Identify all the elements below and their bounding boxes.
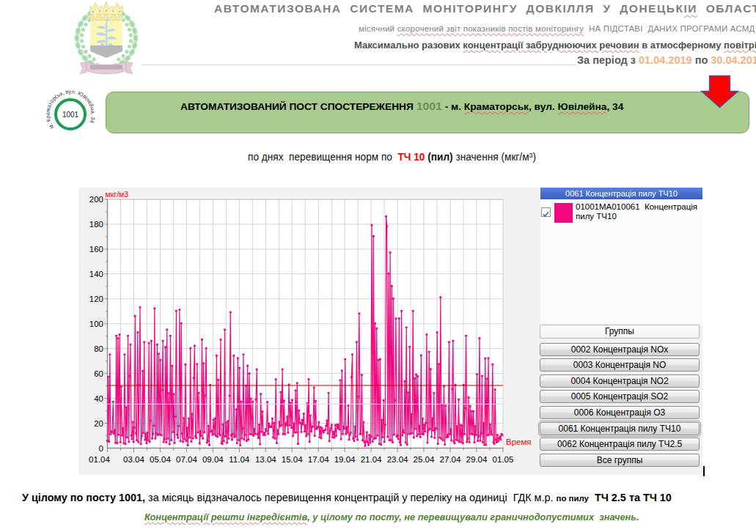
svg-text:27.04: 27.04: [440, 455, 461, 464]
svg-text:15.04: 15.04: [282, 455, 303, 464]
svg-text:01.05: 01.05: [493, 455, 514, 464]
svg-text:03.04: 03.04: [123, 455, 144, 464]
svg-text:мкг/м3: мкг/м3: [106, 190, 129, 199]
svg-text:25.04: 25.04: [414, 455, 435, 464]
svg-text:21.04: 21.04: [361, 455, 382, 464]
svg-text:140: 140: [89, 270, 103, 278]
svg-text:23.04: 23.04: [387, 455, 408, 464]
svg-text:01.04: 01.04: [89, 455, 110, 464]
svg-text:09.04: 09.04: [202, 455, 224, 464]
svg-text:05.04: 05.04: [150, 455, 171, 464]
svg-text:20: 20: [94, 419, 103, 428]
svg-text:60: 60: [94, 369, 103, 378]
svg-text:200: 200: [89, 195, 103, 204]
svg-text:100: 100: [89, 319, 103, 328]
svg-text:13.04: 13.04: [255, 455, 276, 464]
svg-text:29.04: 29.04: [466, 455, 488, 464]
svg-text:80: 80: [94, 344, 103, 353]
svg-text:120: 120: [89, 295, 103, 303]
svg-text:0: 0: [99, 444, 103, 453]
svg-text:1001: 1001: [62, 111, 79, 119]
svg-text:19.04: 19.04: [334, 455, 356, 464]
svg-text:11.04: 11.04: [229, 455, 250, 464]
svg-text:Время: Время: [506, 437, 532, 446]
svg-text:160: 160: [89, 245, 103, 254]
svg-text:07.04: 07.04: [176, 455, 197, 464]
svg-text:17.04: 17.04: [308, 455, 329, 464]
svg-text:180: 180: [89, 220, 103, 229]
svg-text:40: 40: [94, 394, 103, 403]
